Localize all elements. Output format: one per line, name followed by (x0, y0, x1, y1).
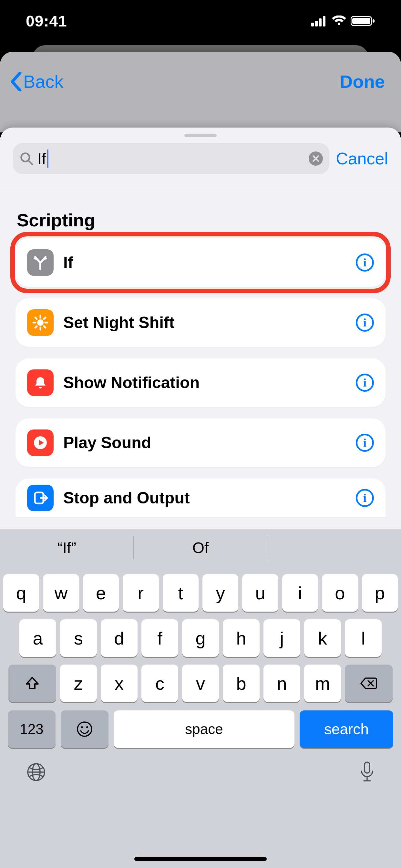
key-s[interactable]: s (60, 619, 97, 657)
play-circle-icon (27, 430, 54, 456)
cellular-icon (311, 16, 328, 27)
svg-rect-6 (373, 20, 374, 23)
info-button[interactable]: i (356, 314, 374, 332)
cancel-button[interactable]: Cancel (336, 149, 388, 168)
numbers-key[interactable]: 123 (8, 710, 56, 748)
key-n[interactable]: n (264, 664, 300, 702)
done-button[interactable]: Done (340, 71, 385, 92)
result-item-show-notification[interactable]: Show Notification i (16, 359, 385, 407)
sheet-grabber[interactable] (184, 134, 217, 137)
status-bar: 09:41 (0, 0, 401, 42)
result-label: Show Notification (63, 373, 356, 392)
result-item-play-sound[interactable]: Play Sound i (16, 418, 385, 467)
info-button[interactable]: i (356, 434, 374, 452)
key-j[interactable]: j (264, 619, 300, 657)
back-label: Back (23, 71, 64, 92)
key-v[interactable]: v (182, 664, 219, 702)
status-time: 09:41 (26, 12, 67, 30)
status-icons (311, 16, 375, 27)
result-item-stop-output[interactable]: Stop and Output i (16, 478, 385, 517)
suggestion-1[interactable]: “If” (0, 529, 134, 566)
battery-icon (351, 16, 375, 27)
svg-rect-1 (315, 21, 318, 27)
key-o[interactable]: o (322, 574, 358, 612)
suggestion-bar: “If” Of (0, 529, 401, 566)
search-value: If (37, 150, 46, 167)
result-label: Play Sound (63, 433, 356, 452)
clear-search-button[interactable] (309, 151, 323, 166)
suggestion-2[interactable]: Of (134, 529, 267, 566)
svg-line-21 (35, 326, 37, 328)
svg-rect-0 (311, 23, 314, 27)
mic-icon[interactable] (359, 761, 375, 783)
keyboard-dock (0, 748, 401, 796)
x-icon (312, 155, 319, 162)
key-i[interactable]: i (282, 574, 318, 612)
key-h[interactable]: h (223, 619, 259, 657)
result-label: If (63, 253, 356, 272)
info-button[interactable]: i (356, 374, 374, 392)
key-g[interactable]: g (182, 619, 219, 657)
key-p[interactable]: p (362, 574, 398, 612)
key-b[interactable]: b (223, 664, 259, 702)
key-d[interactable]: d (101, 619, 137, 657)
search-input[interactable]: If (13, 143, 329, 174)
key-u[interactable]: u (242, 574, 278, 612)
key-k[interactable]: k (304, 619, 341, 657)
result-item-if[interactable]: If i (16, 238, 385, 287)
key-x[interactable]: x (101, 664, 137, 702)
suggestion-3[interactable] (267, 529, 401, 566)
result-label: Stop and Output (63, 489, 356, 507)
backspace-icon (360, 677, 378, 690)
info-button[interactable]: i (356, 489, 374, 507)
svg-line-8 (28, 160, 33, 165)
key-z[interactable]: z (60, 664, 97, 702)
key-c[interactable]: c (142, 664, 178, 702)
svg-line-20 (44, 317, 45, 319)
key-r[interactable]: r (123, 574, 158, 612)
svg-line-19 (44, 326, 45, 328)
emoji-icon (76, 721, 93, 738)
svg-rect-2 (319, 19, 321, 27)
svg-point-29 (86, 726, 88, 728)
shift-icon (25, 676, 40, 691)
search-icon (19, 151, 34, 166)
results-list: If i Set Night Shift i Show Notification… (0, 238, 401, 517)
sun-icon (27, 309, 54, 336)
backspace-key[interactable] (345, 664, 393, 702)
key-q[interactable]: q (3, 574, 39, 612)
key-t[interactable]: t (163, 574, 198, 612)
search-key[interactable]: search (300, 710, 393, 748)
nav-bar: Back Done (0, 52, 401, 132)
back-button[interactable]: Back (10, 71, 64, 92)
svg-rect-3 (323, 16, 326, 27)
emoji-key[interactable] (61, 710, 109, 748)
key-e[interactable]: e (83, 574, 119, 612)
branch-icon (27, 249, 54, 276)
svg-point-27 (78, 722, 92, 736)
space-key[interactable]: space (114, 710, 295, 748)
key-l[interactable]: l (345, 619, 382, 657)
svg-point-28 (81, 726, 83, 728)
exit-icon (27, 485, 54, 511)
key-w[interactable]: w (43, 574, 79, 612)
shift-key[interactable] (8, 664, 56, 702)
result-label: Set Night Shift (63, 313, 356, 332)
key-m[interactable]: m (304, 664, 341, 702)
home-indicator[interactable] (134, 857, 267, 861)
key-f[interactable]: f (142, 619, 178, 657)
svg-point-13 (37, 319, 43, 326)
text-caret (47, 150, 49, 167)
section-header-scripting: Scripting (0, 186, 401, 238)
svg-rect-33 (365, 762, 370, 773)
svg-line-18 (35, 317, 37, 319)
key-a[interactable]: a (19, 619, 56, 657)
chevron-left-icon (10, 72, 23, 91)
key-y[interactable]: y (203, 574, 238, 612)
result-item-night-shift[interactable]: Set Night Shift i (16, 299, 385, 347)
info-button[interactable]: i (356, 253, 374, 272)
keyboard: “If” Of qwertyuiop asdfghjkl zxcvbnm 123… (0, 529, 401, 868)
globe-icon[interactable] (26, 762, 47, 782)
svg-rect-5 (352, 18, 370, 24)
wifi-icon (331, 16, 347, 27)
